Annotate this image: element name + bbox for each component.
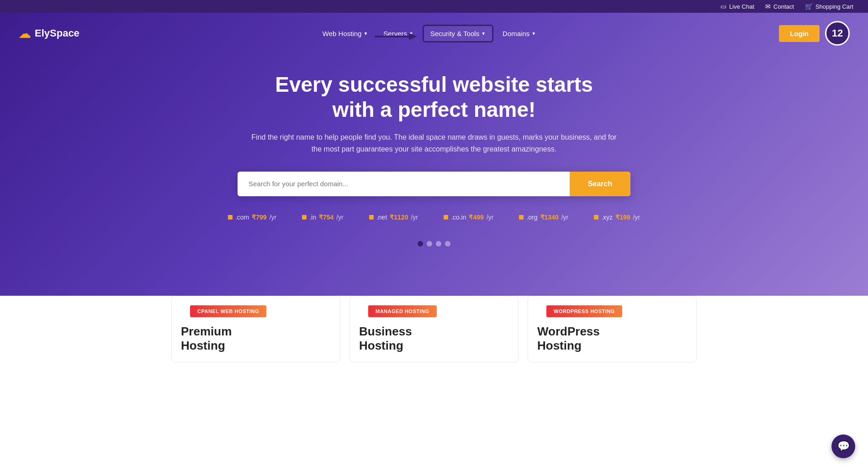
livechat-link[interactable]: ▭ Live Chat xyxy=(720,3,754,10)
domain-dot xyxy=(519,215,524,220)
cart-icon: 🛒 xyxy=(805,3,813,10)
domain-xyz: .xyz ₹199 /yr xyxy=(581,210,653,225)
hero-title: Every successful website starts with a p… xyxy=(256,72,612,122)
logo-ely: Ely xyxy=(35,27,50,39)
domain-prices-row: .com ₹799 /yr .in ₹754 /yr .net ₹1120 /y… xyxy=(183,210,685,234)
domain-co-in: .co.in ₹499 /yr xyxy=(431,210,506,225)
notification-badge[interactable]: 12 xyxy=(825,21,850,46)
card-managed: MANAGED HOSTING Business Hosting xyxy=(349,296,519,362)
carousel-dot-3[interactable] xyxy=(436,241,441,246)
domain-per: /yr xyxy=(336,214,344,221)
mail-icon: ✉ xyxy=(765,3,771,10)
domain-per: /yr xyxy=(411,214,418,221)
navbar: ☁ ElySpace Web Hosting ▼ Servers ▼ xyxy=(0,13,868,54)
domain-dot xyxy=(369,215,374,220)
carousel-dots xyxy=(9,241,859,246)
domain-price: ₹499 xyxy=(469,214,483,221)
nav-links: Web Hosting ▼ Servers ▼ Security & Tools… xyxy=(316,25,542,42)
chevron-down-icon: ▼ xyxy=(481,31,486,36)
chevron-down-icon: ▼ xyxy=(363,31,368,36)
svg-marker-1 xyxy=(409,33,417,40)
badge-cpanel: CPANEL WEB HOSTING xyxy=(190,305,266,317)
domain-ext: .org xyxy=(526,214,537,221)
domain-price: ₹799 xyxy=(252,214,266,221)
nav-right: Login 12 xyxy=(779,21,850,46)
nav-web-hosting[interactable]: Web Hosting ▼ xyxy=(316,26,375,41)
hero-content: Every successful website starts with a p… xyxy=(0,54,868,267)
logo-text: ElySpace xyxy=(35,27,79,39)
search-button[interactable]: Search xyxy=(570,172,630,196)
cart-label: Shopping Cart xyxy=(815,3,853,10)
domain-ext: .co.in xyxy=(451,214,466,221)
contact-label: Contact xyxy=(773,3,794,10)
contact-link[interactable]: ✉ Contact xyxy=(765,3,794,10)
carousel-dot-2[interactable] xyxy=(427,241,432,246)
domain-org: .org ₹1340 /yr xyxy=(506,210,581,225)
domain-ext: .net xyxy=(376,214,387,221)
logo[interactable]: ☁ ElySpace xyxy=(18,26,79,41)
cart-link[interactable]: 🛒 Shopping Cart xyxy=(805,3,853,10)
domain-price: ₹1340 xyxy=(540,214,559,221)
domain-price: ₹754 xyxy=(319,214,333,221)
annotation-arrow xyxy=(372,28,418,45)
carousel-dot-4[interactable] xyxy=(445,241,450,246)
card-cpanel-title: Premium Hosting xyxy=(172,324,340,353)
domain-per: /yr xyxy=(561,214,569,221)
search-input[interactable] xyxy=(238,172,570,196)
badge-managed: MANAGED HOSTING xyxy=(368,305,437,317)
domain-price: ₹1120 xyxy=(390,214,408,221)
login-button[interactable]: Login xyxy=(779,25,820,42)
badge-wordpress: WORDPRESS HOSTING xyxy=(546,305,622,317)
domain-com: .com ₹799 /yr xyxy=(215,210,289,225)
chevron-down-icon: ▼ xyxy=(531,31,536,36)
nav-security-tools[interactable]: Security & Tools ▼ xyxy=(423,25,493,42)
logo-space: Space xyxy=(50,27,79,39)
domain-in: .in ₹754 /yr xyxy=(289,210,356,225)
domain-ext: .com xyxy=(235,214,249,221)
domain-per: /yr xyxy=(270,214,277,221)
carousel-dot-1[interactable] xyxy=(418,241,423,246)
card-managed-title: Business Hosting xyxy=(350,324,518,353)
card-wordpress: WORDPRESS HOSTING WordPress Hosting xyxy=(528,296,697,362)
top-bar: ▭ Live Chat ✉ Contact 🛒 Shopping Cart xyxy=(0,0,868,13)
domain-dot xyxy=(302,215,307,220)
domain-per: /yr xyxy=(633,214,640,221)
nav-domains[interactable]: Domains ▼ xyxy=(496,26,542,41)
domain-dot xyxy=(594,215,598,220)
card-wordpress-title: WordPress Hosting xyxy=(528,324,696,353)
domain-search-bar: Search xyxy=(238,172,630,196)
domain-net: .net ₹1120 /yr xyxy=(356,210,431,225)
domain-per: /yr xyxy=(487,214,494,221)
logo-cloud-icon: ☁ xyxy=(18,26,31,41)
livechat-label: Live Chat xyxy=(729,3,754,10)
card-cpanel: CPANEL WEB HOSTING Premium Hosting xyxy=(171,296,340,362)
domain-dot xyxy=(228,215,233,220)
domain-ext: .in xyxy=(309,214,316,221)
cards-section: CPANEL WEB HOSTING Premium Hosting MANAG… xyxy=(0,296,868,362)
domain-dot xyxy=(444,215,448,220)
hero-section: ☁ ElySpace Web Hosting ▼ Servers ▼ xyxy=(0,13,868,296)
hero-subtitle: Find the right name to help people find … xyxy=(251,131,617,155)
domain-price: ₹199 xyxy=(615,214,630,221)
domain-ext: .xyz xyxy=(601,214,613,221)
livechat-icon: ▭ xyxy=(720,3,726,10)
